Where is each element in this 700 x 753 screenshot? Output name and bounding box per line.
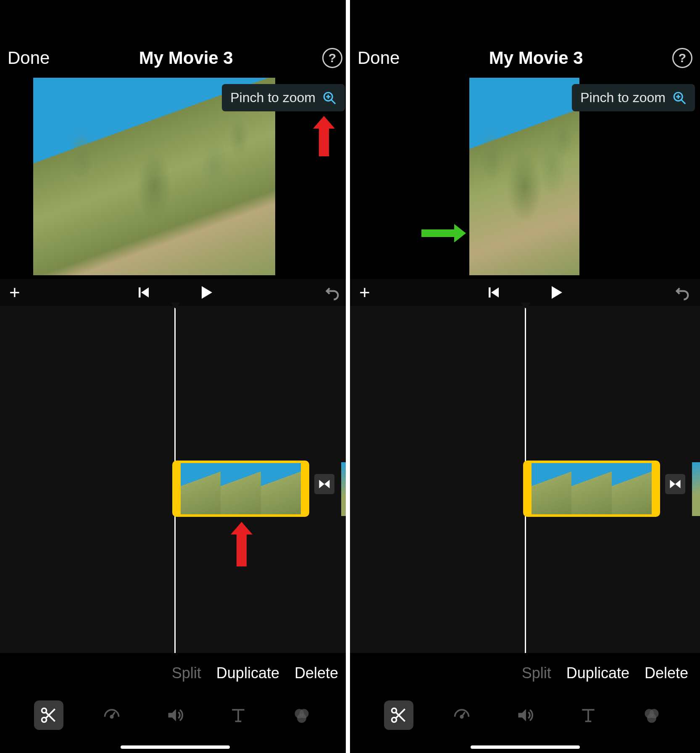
svg-point-21 bbox=[297, 714, 306, 723]
clip-thumbnail[interactable] bbox=[221, 463, 261, 514]
screenshot-left: Done My Movie 3 ? Pinch to zoom + bbox=[0, 0, 350, 753]
annotation-red-arrow-bottom bbox=[237, 533, 247, 566]
add-media-button[interactable]: + bbox=[9, 282, 20, 303]
speaker-icon bbox=[166, 706, 184, 724]
magnify-plus-icon bbox=[672, 91, 687, 105]
clip-thumbnail[interactable] bbox=[571, 463, 611, 514]
help-button[interactable]: ? bbox=[322, 48, 342, 68]
svg-marker-5 bbox=[141, 287, 149, 298]
duplicate-button[interactable]: Duplicate bbox=[566, 664, 629, 682]
play-button[interactable] bbox=[197, 284, 214, 301]
split-button[interactable]: Split bbox=[522, 664, 551, 682]
svg-marker-28 bbox=[552, 286, 562, 299]
skip-start-button[interactable] bbox=[486, 285, 501, 300]
text-icon bbox=[579, 706, 597, 724]
done-button[interactable]: Done bbox=[8, 48, 50, 68]
svg-point-10 bbox=[42, 718, 46, 722]
split-button[interactable]: Split bbox=[172, 664, 201, 682]
pinch-label: Pinch to zoom bbox=[230, 90, 316, 105]
clip-trim-handle-left[interactable] bbox=[175, 463, 181, 514]
playback-bar: + bbox=[350, 279, 700, 306]
clip-thumbnail[interactable] bbox=[181, 463, 221, 514]
svg-point-32 bbox=[392, 718, 396, 722]
speedometer-icon bbox=[453, 706, 471, 724]
svg-point-9 bbox=[42, 708, 46, 713]
svg-marker-37 bbox=[518, 709, 526, 721]
add-media-button[interactable]: + bbox=[359, 282, 370, 303]
transition-icon bbox=[669, 478, 682, 490]
svg-line-23 bbox=[681, 100, 685, 104]
svg-marker-27 bbox=[491, 287, 499, 298]
pinch-to-zoom-badge[interactable]: Pinch to zoom bbox=[222, 84, 345, 111]
header-bar: Done My Movie 3 ? bbox=[350, 0, 700, 76]
duplicate-button[interactable]: Duplicate bbox=[216, 664, 279, 682]
transition-button[interactable] bbox=[314, 474, 334, 494]
clip-trim-handle-right[interactable] bbox=[652, 463, 658, 514]
magnify-plus-icon bbox=[322, 91, 337, 105]
svg-point-31 bbox=[392, 708, 396, 713]
svg-marker-30 bbox=[675, 480, 681, 488]
clip-thumbnail[interactable] bbox=[612, 463, 652, 514]
next-clip-peek[interactable] bbox=[692, 462, 700, 516]
done-button[interactable]: Done bbox=[358, 48, 400, 68]
timeline[interactable] bbox=[0, 306, 350, 653]
svg-marker-15 bbox=[168, 709, 176, 721]
audio-tool[interactable] bbox=[511, 700, 540, 730]
home-indicator[interactable] bbox=[121, 745, 230, 749]
speaker-icon bbox=[516, 706, 534, 724]
selected-clip[interactable] bbox=[523, 461, 660, 517]
scissors-icon bbox=[39, 706, 58, 724]
filter-icon bbox=[642, 706, 661, 724]
text-tool[interactable] bbox=[574, 700, 603, 730]
undo-button[interactable] bbox=[674, 284, 691, 301]
header-bar: Done My Movie 3 ? bbox=[0, 0, 350, 76]
speed-tool[interactable] bbox=[447, 700, 476, 730]
undo-button[interactable] bbox=[324, 284, 341, 301]
clip-trim-handle-left[interactable] bbox=[526, 463, 532, 514]
transition-button[interactable] bbox=[665, 474, 685, 494]
clip-options-bar: Split Duplicate Delete bbox=[350, 653, 700, 693]
annotation-green-arrow bbox=[421, 229, 455, 237]
playback-bar: + bbox=[0, 279, 350, 306]
transition-icon bbox=[318, 478, 331, 490]
clip-thumbnail[interactable] bbox=[532, 463, 571, 514]
svg-marker-8 bbox=[324, 480, 330, 488]
audio-tool[interactable] bbox=[161, 700, 190, 730]
text-tool[interactable] bbox=[224, 700, 253, 730]
filter-tool[interactable] bbox=[637, 700, 666, 730]
selected-clip[interactable] bbox=[172, 461, 309, 517]
text-icon bbox=[229, 706, 247, 724]
edit-toolbar bbox=[350, 693, 700, 737]
home-indicator[interactable] bbox=[471, 745, 580, 749]
scissors-icon bbox=[389, 706, 408, 724]
scissors-tool[interactable] bbox=[34, 700, 63, 730]
annotation-red-arrow-top bbox=[319, 127, 329, 156]
clip-thumbnail[interactable] bbox=[261, 463, 301, 514]
svg-rect-4 bbox=[139, 287, 141, 298]
svg-point-14 bbox=[111, 716, 113, 718]
clip-options-bar: Split Duplicate Delete bbox=[0, 653, 350, 693]
speed-tool[interactable] bbox=[97, 700, 126, 730]
svg-marker-7 bbox=[319, 480, 325, 488]
timeline[interactable] bbox=[350, 306, 700, 653]
filter-icon bbox=[292, 706, 311, 724]
pinch-label: Pinch to zoom bbox=[580, 90, 666, 105]
svg-marker-29 bbox=[670, 480, 676, 488]
svg-rect-26 bbox=[489, 287, 491, 298]
clip-trim-handle-right[interactable] bbox=[301, 463, 307, 514]
svg-point-36 bbox=[461, 716, 463, 718]
delete-button[interactable]: Delete bbox=[645, 664, 688, 682]
pinch-to-zoom-badge[interactable]: Pinch to zoom bbox=[572, 84, 695, 111]
svg-line-1 bbox=[331, 100, 335, 104]
project-title: My Movie 3 bbox=[400, 48, 672, 68]
scissors-tool[interactable] bbox=[384, 700, 413, 730]
help-button[interactable]: ? bbox=[672, 48, 692, 68]
svg-point-43 bbox=[647, 714, 656, 723]
skip-start-button[interactable] bbox=[136, 285, 151, 300]
edit-toolbar bbox=[0, 693, 350, 737]
speedometer-icon bbox=[103, 706, 121, 724]
play-button[interactable] bbox=[547, 284, 564, 301]
filter-tool[interactable] bbox=[287, 700, 316, 730]
delete-button[interactable]: Delete bbox=[295, 664, 338, 682]
preview-frame[interactable] bbox=[469, 78, 579, 275]
